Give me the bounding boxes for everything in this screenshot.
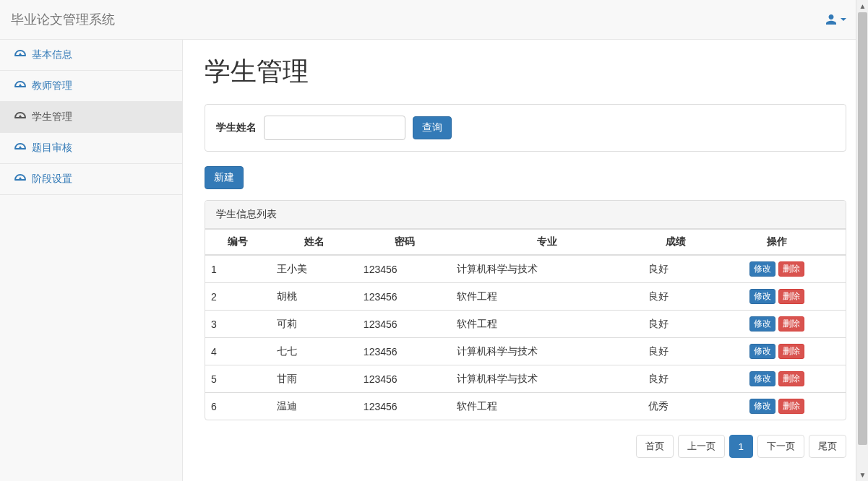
table-row: 1 王小美 123456 计算机科学与技术 良好 修改 删除 [205, 255, 846, 283]
navbar-right [815, 4, 857, 35]
edit-button[interactable]: 修改 [749, 344, 775, 359]
sidebar-item-label: 教师管理 [32, 79, 72, 92]
delete-button[interactable]: 删除 [778, 344, 804, 359]
cell-id: 3 [205, 311, 271, 338]
sidebar: 基本信息 教师管理 学生管理 题目审核 阶段设置 [0, 40, 183, 481]
cell-id: 6 [205, 393, 271, 420]
student-name-input[interactable] [264, 116, 405, 140]
cell-password: 123456 [358, 255, 452, 283]
delete-button[interactable]: 删除 [778, 371, 804, 386]
table-row: 5 甘雨 123456 计算机科学与技术 良好 修改 删除 [205, 365, 846, 393]
cell-grade: 良好 [643, 255, 708, 283]
cell-password: 123456 [358, 283, 452, 311]
cell-password: 123456 [358, 365, 452, 393]
dashboard-icon [14, 81, 26, 91]
main-content: 学生管理 学生姓名 查询 新建 学生信息列表 编号 姓名 密码 专业 成绩 操作 [183, 40, 868, 481]
table-row: 3 可莉 123456 软件工程 良好 修改 删除 [205, 311, 846, 338]
cell-id: 5 [205, 365, 271, 393]
cell-name: 胡桃 [271, 283, 358, 311]
scrollbar-thumb[interactable] [858, 12, 867, 445]
cell-actions: 修改 删除 [708, 255, 846, 283]
user-dropdown[interactable] [815, 4, 857, 35]
cell-major: 计算机科学与技术 [451, 338, 643, 365]
sidebar-item-label: 学生管理 [32, 110, 72, 124]
table-row: 6 温迪 123456 软件工程 优秀 修改 删除 [205, 393, 846, 420]
cell-grade: 良好 [643, 338, 708, 365]
pagination: 首页 上一页 1 下一页 尾页 [205, 435, 846, 458]
cell-actions: 修改 删除 [708, 365, 846, 393]
dashboard-icon [14, 112, 26, 122]
delete-button[interactable]: 删除 [778, 289, 804, 304]
edit-button[interactable]: 修改 [749, 289, 775, 304]
dashboard-icon [14, 143, 26, 153]
search-label: 学生姓名 [216, 121, 257, 134]
cell-id: 4 [205, 338, 271, 365]
scrollbar-track[interactable]: ▲ ▼ [856, 0, 868, 481]
sidebar-item-label: 阶段设置 [32, 173, 72, 186]
page-prev[interactable]: 上一页 [678, 435, 725, 458]
cell-name: 甘雨 [271, 365, 358, 393]
page-title: 学生管理 [205, 54, 846, 90]
cell-name: 王小美 [271, 255, 358, 283]
sidebar-item-basic-info[interactable]: 基本信息 [0, 40, 182, 71]
cell-grade: 良好 [643, 283, 708, 311]
page-current[interactable]: 1 [729, 435, 753, 458]
cell-major: 软件工程 [451, 393, 643, 420]
cell-id: 2 [205, 283, 271, 311]
dashboard-icon [14, 50, 26, 60]
cell-actions: 修改 删除 [708, 393, 846, 420]
delete-button[interactable]: 删除 [778, 261, 804, 277]
dashboard-icon [14, 174, 26, 184]
page-next[interactable]: 下一页 [757, 435, 804, 458]
page-last[interactable]: 尾页 [809, 435, 846, 458]
user-icon [826, 14, 836, 25]
sidebar-item-teacher-mgmt[interactable]: 教师管理 [0, 71, 182, 102]
sidebar-item-label: 题目审核 [32, 142, 72, 155]
edit-button[interactable]: 修改 [749, 316, 775, 332]
sidebar-item-phase-settings[interactable]: 阶段设置 [0, 164, 182, 195]
cell-grade: 良好 [643, 311, 708, 338]
page-first[interactable]: 首页 [636, 435, 674, 458]
caret-down-icon [841, 18, 846, 21]
table-row: 2 胡桃 123456 软件工程 良好 修改 删除 [205, 283, 846, 311]
container: 基本信息 教师管理 学生管理 题目审核 阶段设置 学生管理 学生姓名 查询 新建… [0, 40, 868, 481]
sidebar-item-topic-review[interactable]: 题目审核 [0, 133, 182, 164]
edit-button[interactable]: 修改 [749, 399, 775, 414]
sidebar-item-student-mgmt[interactable]: 学生管理 [0, 102, 182, 133]
edit-button[interactable]: 修改 [749, 371, 775, 386]
cell-password: 123456 [358, 393, 452, 420]
sidebar-item-label: 基本信息 [32, 48, 72, 61]
new-button[interactable]: 新建 [205, 166, 244, 189]
student-table: 编号 姓名 密码 专业 成绩 操作 1 王小美 123456 计算机科学与技术 … [205, 229, 846, 420]
panel-heading: 学生信息列表 [205, 201, 846, 229]
col-actions: 操作 [708, 230, 846, 256]
edit-button[interactable]: 修改 [749, 261, 775, 277]
col-grade: 成绩 [643, 230, 708, 256]
search-panel: 学生姓名 查询 [205, 104, 846, 152]
cell-actions: 修改 删除 [708, 311, 846, 338]
delete-button[interactable]: 删除 [778, 316, 804, 332]
cell-password: 123456 [358, 311, 452, 338]
cell-grade: 良好 [643, 365, 708, 393]
navbar: 毕业论文管理系统 [0, 0, 868, 40]
col-id: 编号 [205, 230, 271, 256]
cell-major: 计算机科学与技术 [451, 365, 643, 393]
cell-password: 123456 [358, 338, 452, 365]
cell-name: 七七 [271, 338, 358, 365]
cell-name: 温迪 [271, 393, 358, 420]
col-password: 密码 [358, 230, 452, 256]
table-panel: 学生信息列表 编号 姓名 密码 专业 成绩 操作 1 王小美 123456 计算… [205, 200, 846, 420]
cell-id: 1 [205, 255, 271, 283]
search-button[interactable]: 查询 [413, 116, 452, 139]
col-name: 姓名 [271, 230, 358, 256]
cell-actions: 修改 删除 [708, 283, 846, 311]
delete-button[interactable]: 删除 [778, 399, 804, 414]
cell-actions: 修改 删除 [708, 338, 846, 365]
scrollbar-up-arrow[interactable]: ▲ [856, 0, 868, 12]
cell-grade: 优秀 [643, 393, 708, 420]
cell-major: 软件工程 [451, 311, 643, 338]
table-row: 4 七七 123456 计算机科学与技术 良好 修改 删除 [205, 338, 846, 365]
scrollbar-down-arrow[interactable]: ▼ [856, 469, 868, 481]
cell-major: 软件工程 [451, 283, 643, 311]
table-header-row: 编号 姓名 密码 专业 成绩 操作 [205, 230, 846, 256]
